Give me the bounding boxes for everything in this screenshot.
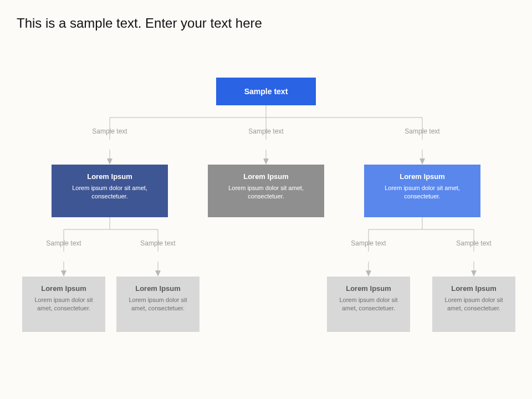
svg-marker-24 bbox=[366, 270, 371, 277]
level2-node-3: Lorem Ipsum Lorem ipsum dolor sit amet, … bbox=[364, 165, 480, 217]
level3-body-2: Lorem ipsum dolor sit amet, consectetuer… bbox=[121, 296, 195, 313]
level3-node-1: Lorem Ipsum Lorem ipsum dolor sit amet, … bbox=[22, 277, 105, 332]
level3-title-1: Lorem Ipsum bbox=[27, 284, 101, 293]
level2-node-2: Lorem Ipsum Lorem ipsum dolor sit amet, … bbox=[208, 165, 324, 217]
level2-title-2: Lorem Ipsum bbox=[212, 172, 320, 181]
level2-title-1: Lorem Ipsum bbox=[56, 172, 163, 181]
edge-label-6: Sample text bbox=[335, 239, 402, 247]
level2-title-3: Lorem Ipsum bbox=[369, 172, 476, 181]
svg-marker-6 bbox=[107, 158, 112, 165]
root-label: Sample text bbox=[244, 87, 288, 96]
level2-body-2: Lorem ipsum dolor sit amet, consectetuer… bbox=[212, 184, 320, 201]
level3-body-3: Lorem ipsum dolor sit amet, consectetuer… bbox=[331, 296, 406, 313]
level3-title-4: Lorem Ipsum bbox=[437, 284, 511, 293]
edge-label-2: Sample text bbox=[233, 127, 299, 135]
level3-title-2: Lorem Ipsum bbox=[121, 284, 195, 293]
edge-label-1: Sample text bbox=[76, 127, 143, 135]
level2-node-1: Lorem Ipsum Lorem ipsum dolor sit amet, … bbox=[52, 165, 168, 217]
edge-label-7: Sample text bbox=[441, 239, 507, 247]
svg-marker-10 bbox=[420, 158, 425, 165]
level3-body-1: Lorem ipsum dolor sit amet, consectetuer… bbox=[27, 296, 101, 313]
level3-node-3: Lorem Ipsum Lorem ipsum dolor sit amet, … bbox=[327, 277, 410, 332]
root-node: Sample text bbox=[216, 78, 316, 105]
level3-node-2: Lorem Ipsum Lorem ipsum dolor sit amet, … bbox=[116, 277, 200, 332]
slide-title: This is a sample text. Enter your text h… bbox=[17, 16, 262, 31]
level3-node-4: Lorem Ipsum Lorem ipsum dolor sit amet, … bbox=[432, 277, 515, 332]
svg-marker-26 bbox=[471, 270, 477, 277]
level3-body-4: Lorem ipsum dolor sit amet, consectetuer… bbox=[437, 296, 511, 313]
svg-marker-16 bbox=[61, 270, 66, 277]
level3-title-3: Lorem Ipsum bbox=[331, 284, 406, 293]
edge-label-3: Sample text bbox=[389, 127, 456, 135]
edge-label-5: Sample text bbox=[125, 239, 191, 247]
level2-body-3: Lorem ipsum dolor sit amet, consectetuer… bbox=[369, 184, 476, 201]
level2-body-1: Lorem ipsum dolor sit amet, consectetuer… bbox=[56, 184, 163, 201]
svg-marker-8 bbox=[263, 158, 269, 165]
svg-marker-18 bbox=[155, 270, 161, 277]
edge-label-4: Sample text bbox=[30, 239, 97, 247]
